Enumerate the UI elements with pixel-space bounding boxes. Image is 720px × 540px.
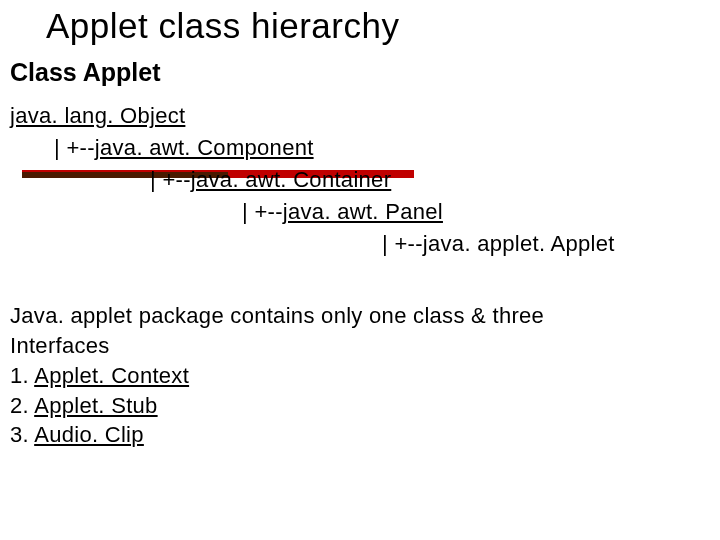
list-number: 1. (10, 363, 34, 388)
link-java-lang-object[interactable]: java. lang. Object (10, 103, 185, 128)
link-java-awt-panel[interactable]: java. awt. Panel (283, 199, 443, 224)
tree-prefix: | +-- (150, 167, 191, 192)
package-description: Java. applet package contains only one c… (10, 301, 615, 449)
link-applet-context[interactable]: Applet. Context (34, 363, 189, 388)
interface-item-1: 1. Applet. Context (10, 361, 615, 391)
link-java-awt-component[interactable]: java. awt. Component (95, 135, 314, 160)
body-content: java. lang. Object | +--java. awt. Compo… (10, 100, 615, 450)
list-number: 3. (10, 422, 34, 447)
para-line-1: Java. applet package contains only one c… (10, 301, 615, 331)
text-java-applet-applet: java. applet. Applet (423, 231, 615, 256)
slide: Applet class hierarchy Class Applet java… (0, 0, 720, 540)
interface-item-3: 3. Audio. Clip (10, 420, 615, 450)
tree-prefix: | +-- (242, 199, 283, 224)
tree-prefix: | +-- (382, 231, 423, 256)
hierarchy-level-2: | +--java. awt. Container (10, 164, 615, 196)
link-audio-clip[interactable]: Audio. Clip (34, 422, 144, 447)
para-line-2: Interfaces (10, 331, 615, 361)
hierarchy-level-1: | +--java. awt. Component (10, 132, 615, 164)
link-applet-stub[interactable]: Applet. Stub (34, 393, 157, 418)
hierarchy-root: java. lang. Object (10, 100, 615, 132)
hierarchy-level-3: | +--java. awt. Panel (10, 196, 615, 228)
hierarchy-level-4: | +--java. applet. Applet (10, 228, 615, 260)
page-title: Applet class hierarchy (46, 6, 399, 46)
interface-item-2: 2. Applet. Stub (10, 391, 615, 421)
link-java-awt-container[interactable]: java. awt. Container (191, 167, 391, 192)
subtitle: Class Applet (10, 58, 161, 87)
tree-prefix: | +-- (54, 135, 95, 160)
list-number: 2. (10, 393, 34, 418)
